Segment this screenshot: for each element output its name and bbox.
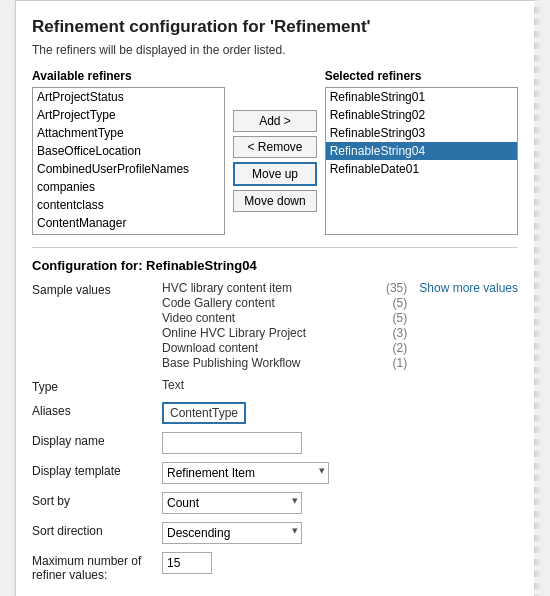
sample-count: (5) bbox=[393, 311, 408, 325]
list-item[interactable]: AttachmentType bbox=[33, 124, 224, 142]
selected-refiners-listbox[interactable]: RefinableString01 RefinableString02 Refi… bbox=[325, 87, 518, 235]
max-refiner-value bbox=[162, 552, 518, 574]
max-refiner-label: Maximum number of refiner values: bbox=[32, 552, 162, 582]
sample-count: (5) bbox=[393, 296, 408, 310]
sort-by-select[interactable]: Count Name Number bbox=[162, 492, 302, 514]
refinement-config-panel: Refinement configuration for 'Refinement… bbox=[15, 0, 535, 596]
sort-direction-select-wrapper: Descending Ascending bbox=[162, 522, 302, 544]
show-more-values-link[interactable]: Show more values bbox=[419, 281, 518, 295]
sort-direction-row: Sort direction Descending Ascending bbox=[32, 522, 518, 544]
sort-direction-label: Sort direction bbox=[32, 522, 162, 538]
list-item[interactable]: RefinableString01 bbox=[326, 88, 517, 106]
sort-direction-select[interactable]: Descending Ascending bbox=[162, 522, 302, 544]
aliases-label: Aliases bbox=[32, 402, 162, 418]
sample-name: Online HVC Library Project bbox=[162, 326, 306, 340]
sample-row: Online HVC Library Project (3) bbox=[162, 326, 407, 340]
list-item[interactable]: contentclass bbox=[33, 196, 224, 214]
sample-values-wrapper: HVC library content item (35) Code Galle… bbox=[162, 281, 518, 370]
aliases-row: Aliases ContentType bbox=[32, 402, 518, 424]
type-row: Type Text bbox=[32, 378, 518, 394]
display-name-label: Display name bbox=[32, 432, 162, 448]
available-refiners-list: ArtProjectStatus ArtProjectType Attachme… bbox=[33, 88, 224, 234]
top-section: Available refiners ArtProjectStatus ArtP… bbox=[32, 69, 518, 235]
display-template-select-wrapper: Refinement Item Refinement Item (Date) R… bbox=[162, 462, 329, 484]
list-item[interactable]: RefinableString02 bbox=[326, 106, 517, 124]
display-name-value bbox=[162, 432, 518, 454]
list-item[interactable]: RefinableDate01 bbox=[326, 160, 517, 178]
sample-name: Base Publishing Workflow bbox=[162, 356, 301, 370]
sample-name: Video content bbox=[162, 311, 235, 325]
aliases-value: ContentType bbox=[162, 402, 518, 424]
move-up-button[interactable]: Move up bbox=[233, 162, 316, 186]
sort-direction-value: Descending Ascending bbox=[162, 522, 518, 544]
list-item[interactable]: ArtProjectStatus bbox=[33, 88, 224, 106]
available-refiners-box: Available refiners ArtProjectStatus ArtP… bbox=[32, 69, 225, 235]
list-item[interactable]: companies bbox=[33, 178, 224, 196]
selected-refiners-label: Selected refiners bbox=[325, 69, 518, 83]
available-refiners-listbox[interactable]: ArtProjectStatus ArtProjectType Attachme… bbox=[32, 87, 225, 235]
sample-values-grid: HVC library content item (35) Code Galle… bbox=[162, 281, 407, 370]
panel-subtitle: The refiners will be displayed in the or… bbox=[32, 43, 518, 57]
sample-row: Download content (2) bbox=[162, 341, 407, 355]
sort-by-value: Count Name Number bbox=[162, 492, 518, 514]
sort-by-label: Sort by bbox=[32, 492, 162, 508]
move-down-button[interactable]: Move down bbox=[233, 190, 316, 212]
list-item[interactable]: CombinedUserProfileNames bbox=[33, 160, 224, 178]
sample-name: Code Gallery content bbox=[162, 296, 275, 310]
list-item-selected[interactable]: RefinableString04 bbox=[326, 142, 517, 160]
alias-tag: ContentType bbox=[162, 402, 246, 424]
type-value: Text bbox=[162, 378, 518, 392]
display-template-value: Refinement Item Refinement Item (Date) R… bbox=[162, 462, 518, 484]
panel-title: Refinement configuration for 'Refinement… bbox=[32, 17, 518, 37]
add-button[interactable]: Add > bbox=[233, 110, 316, 132]
display-template-label: Display template bbox=[32, 462, 162, 478]
sample-row: Base Publishing Workflow (1) bbox=[162, 356, 407, 370]
remove-button[interactable]: < Remove bbox=[233, 136, 316, 158]
list-item[interactable]: ContentType bbox=[33, 232, 224, 234]
display-template-row: Display template Refinement Item Refinem… bbox=[32, 462, 518, 484]
sample-count: (35) bbox=[386, 281, 407, 295]
sort-by-row: Sort by Count Name Number bbox=[32, 492, 518, 514]
sort-by-select-wrapper: Count Name Number bbox=[162, 492, 302, 514]
sample-name: Download content bbox=[162, 341, 258, 355]
config-title: Configuration for: RefinableString04 bbox=[32, 258, 518, 273]
sample-row: Code Gallery content (5) bbox=[162, 296, 407, 310]
list-item[interactable]: BaseOfficeLocation bbox=[33, 142, 224, 160]
type-label: Type bbox=[32, 378, 162, 394]
selected-refiners-box: Selected refiners RefinableString01 Refi… bbox=[325, 69, 518, 235]
config-section: Configuration for: RefinableString04 Sam… bbox=[32, 247, 518, 582]
sample-values-row: Sample values HVC library content item (… bbox=[32, 281, 518, 370]
list-item[interactable]: ArtProjectType bbox=[33, 106, 224, 124]
display-template-select[interactable]: Refinement Item Refinement Item (Date) R… bbox=[162, 462, 329, 484]
display-name-input[interactable] bbox=[162, 432, 302, 454]
refiner-action-buttons: Add > < Remove Move up Move down bbox=[233, 69, 316, 235]
sample-count: (2) bbox=[393, 341, 408, 355]
list-item[interactable]: RefinableString03 bbox=[326, 124, 517, 142]
max-refiner-input[interactable] bbox=[162, 552, 212, 574]
sample-count: (1) bbox=[393, 356, 408, 370]
sample-name: HVC library content item bbox=[162, 281, 292, 295]
sample-count: (3) bbox=[393, 326, 408, 340]
available-refiners-label: Available refiners bbox=[32, 69, 225, 83]
display-name-row: Display name bbox=[32, 432, 518, 454]
max-refiner-row: Maximum number of refiner values: bbox=[32, 552, 518, 582]
list-item[interactable]: ContentManager bbox=[33, 214, 224, 232]
sample-row: Video content (5) bbox=[162, 311, 407, 325]
sample-values-label: Sample values bbox=[32, 281, 162, 297]
sample-row: HVC library content item (35) bbox=[162, 281, 407, 295]
